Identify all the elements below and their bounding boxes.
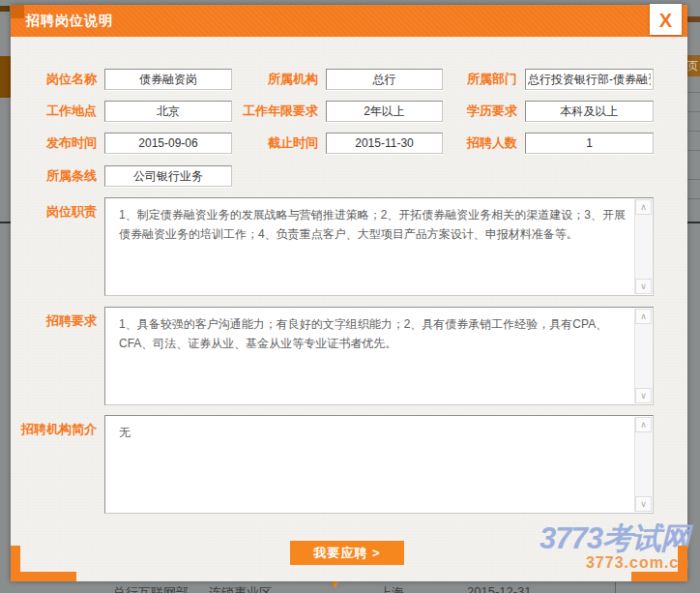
corner-bracket-bottom-left xyxy=(11,546,76,581)
org-intro-text: 无 xyxy=(105,416,635,513)
publish-date-input[interactable] xyxy=(104,133,232,154)
apply-button[interactable]: 我要应聘 > xyxy=(290,541,404,565)
scrollbar[interactable]: ∧ ∨ xyxy=(634,199,652,294)
business-line-input[interactable] xyxy=(104,165,232,187)
background-rule xyxy=(687,92,700,93)
deadline-label: 截止时间 xyxy=(231,133,318,154)
scroll-up-icon[interactable]: ∧ xyxy=(635,309,652,324)
background-nav-fragment: 页 xyxy=(687,55,700,76)
education-input[interactable] xyxy=(525,101,654,122)
scrollbar[interactable]: ∧ ∨ xyxy=(634,417,652,512)
background-divider-right xyxy=(687,222,700,223)
modal-title: 招聘岗位说明 xyxy=(26,5,113,37)
department-label: 所属部门 xyxy=(436,69,517,90)
background-band-left xyxy=(0,56,11,98)
corner-bracket-bottom-right xyxy=(631,546,687,581)
scroll-down-icon[interactable]: ∨ xyxy=(635,496,652,512)
scroll-down-icon[interactable]: ∨ xyxy=(635,388,652,403)
org-intro-label: 招聘机构简介 xyxy=(15,419,97,440)
close-button[interactable]: X xyxy=(650,4,682,35)
background-cell-date: 2015-12-31 xyxy=(467,584,532,593)
background-rule xyxy=(687,198,700,199)
department-input[interactable] xyxy=(525,69,654,90)
headcount-label: 招聘人数 xyxy=(436,133,517,154)
deadline-input[interactable] xyxy=(326,133,443,154)
education-label: 学历要求 xyxy=(436,101,517,122)
background-rule xyxy=(687,150,700,151)
organization-label: 所属机构 xyxy=(231,69,318,90)
organization-input[interactable] xyxy=(326,69,443,90)
experience-input[interactable] xyxy=(326,101,443,122)
job-duties-label: 岗位职责 xyxy=(15,201,97,222)
scroll-up-icon[interactable]: ∧ xyxy=(635,199,652,215)
job-duties-textarea[interactable]: 1、制定债券融资业务的发展战略与营销推进策略；2、开拓债券融资业务相关的渠道建设… xyxy=(104,197,654,296)
requirements-label: 招聘要求 xyxy=(15,311,97,332)
background-band-topleft xyxy=(0,6,10,12)
screen: 页 总行互联网部 连锁事业区 ▼ 上海 2015-12-31 招聘岗位说明 X … xyxy=(0,0,700,593)
job-detail-modal: 招聘岗位说明 X 岗位名称 所属机构 所属部门 工作地点 工作年限要求 学历要求… xyxy=(11,5,687,581)
requirements-textarea[interactable]: 1、具备较强的客户沟通能力；有良好的文字组织能力；2、具有债券承销工作经验，具有… xyxy=(104,307,654,405)
job-duties-text: 1、制定债券融资业务的发展战略与营销推进策略；2、开拓债券融资业务相关的渠道建设… xyxy=(105,198,635,295)
background-rule xyxy=(687,179,700,180)
background-band-topright xyxy=(687,16,700,22)
scroll-down-icon[interactable]: ∨ xyxy=(635,279,652,294)
scrollbar[interactable]: ∧ ∨ xyxy=(634,309,652,403)
background-cell-city: 上海 xyxy=(379,584,404,593)
publish-date-label: 发布时间 xyxy=(15,133,97,154)
org-intro-textarea[interactable]: 无 ∧ ∨ xyxy=(104,415,654,514)
background-cell-dept: 总行互联网部 xyxy=(113,584,189,593)
position-name-input[interactable] xyxy=(104,69,232,90)
background-rule xyxy=(687,131,700,132)
work-location-label: 工作地点 xyxy=(15,101,97,122)
background-cell-unit: 连锁事业区 xyxy=(209,584,272,593)
background-cell-border xyxy=(615,582,616,593)
background-divider-left xyxy=(0,222,11,223)
modal-header: 招聘岗位说明 xyxy=(11,5,687,37)
header-corner-decoration xyxy=(11,5,24,18)
work-location-input[interactable] xyxy=(104,101,232,122)
headcount-input[interactable] xyxy=(525,133,654,154)
requirements-text: 1、具备较强的客户沟通能力；有良好的文字组织能力；2、具有债券承销工作经验，具有… xyxy=(105,308,635,404)
experience-label: 工作年限要求 xyxy=(231,101,318,122)
background-rule xyxy=(687,111,700,112)
position-name-label: 岗位名称 xyxy=(15,69,97,90)
scroll-up-icon[interactable]: ∧ xyxy=(635,417,652,432)
business-line-label: 所属条线 xyxy=(15,165,97,187)
